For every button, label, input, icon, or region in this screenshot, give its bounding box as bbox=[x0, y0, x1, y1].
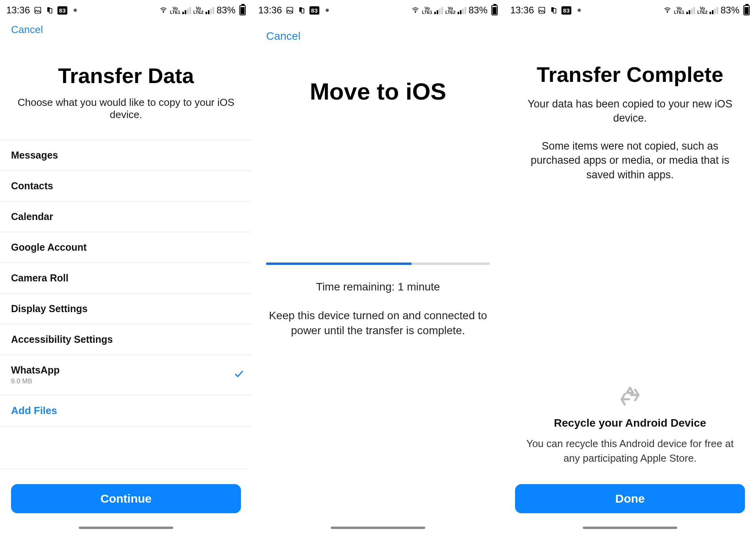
list-item-subtitle: 9.0 MB bbox=[11, 377, 60, 385]
status-bar: 13:36 83 VoLTE1 VoLTE2 bbox=[504, 0, 756, 19]
signal-sim2: VoLTE2 bbox=[697, 6, 718, 14]
home-indicator[interactable] bbox=[331, 527, 425, 529]
transfer-items-list: Messages Contacts Calendar Google Accoun… bbox=[0, 140, 252, 427]
list-item-google-account[interactable]: Google Account bbox=[0, 232, 252, 263]
svg-rect-2 bbox=[49, 9, 52, 13]
cancel-button[interactable]: Cancel bbox=[11, 24, 43, 35]
list-item-label: Contacts bbox=[11, 180, 53, 192]
recycle-text: You can recycle this Android device for … bbox=[520, 436, 740, 465]
screen-move-to-ios: 13:36 83 VoLTE1 VoLTE2 bbox=[252, 0, 504, 540]
wifi-icon bbox=[663, 7, 672, 14]
status-dot-icon bbox=[326, 9, 329, 12]
svg-rect-10 bbox=[553, 9, 556, 13]
battery-icon bbox=[491, 5, 498, 15]
svg-point-7 bbox=[415, 12, 416, 13]
status-bar: 13:36 83 VoLTE1 VoLTE2 bbox=[0, 0, 252, 19]
status-bar: 13:36 83 VoLTE1 VoLTE2 bbox=[252, 0, 504, 19]
devices-icon bbox=[46, 6, 54, 14]
page-title: Move to iOS bbox=[252, 78, 504, 105]
screen-transfer-data: 13:36 83 VoLTE1 VoLTE2 bbox=[0, 0, 252, 540]
page-subtitle: Choose what you would like to copy to yo… bbox=[0, 96, 252, 121]
image-icon bbox=[538, 6, 546, 14]
svg-rect-6 bbox=[301, 9, 304, 13]
home-indicator[interactable] bbox=[583, 527, 677, 529]
list-item-contacts[interactable]: Contacts bbox=[0, 171, 252, 202]
page-title: Transfer Data bbox=[0, 63, 252, 88]
home-indicator[interactable] bbox=[79, 527, 173, 529]
battery-percent: 83% bbox=[217, 5, 235, 16]
list-item-whatsapp[interactable]: WhatsApp 9.0 MB bbox=[0, 355, 252, 395]
list-item-camera-roll[interactable]: Camera Roll bbox=[0, 263, 252, 294]
notification-badge: 83 bbox=[561, 6, 571, 15]
devices-icon bbox=[550, 6, 558, 14]
image-icon bbox=[34, 6, 42, 14]
notification-badge: 83 bbox=[57, 6, 67, 15]
list-item-messages[interactable]: Messages bbox=[0, 140, 252, 171]
devices-icon bbox=[298, 6, 306, 14]
status-time: 13:36 bbox=[510, 5, 534, 16]
progress-bar bbox=[266, 263, 490, 265]
battery-icon bbox=[239, 5, 246, 15]
battery-icon bbox=[743, 5, 750, 15]
screen-transfer-complete: 13:36 83 VoLTE1 VoLTE2 bbox=[504, 0, 756, 540]
svg-rect-4 bbox=[287, 7, 293, 13]
instruction-text: Keep this device turned on and connected… bbox=[252, 308, 504, 338]
list-item-label: WhatsApp bbox=[11, 364, 60, 376]
recycle-icon bbox=[520, 385, 740, 410]
recycle-section: Recycle your Android Device You can recy… bbox=[504, 385, 756, 465]
battery-percent: 83% bbox=[721, 5, 739, 16]
list-item-label: Google Account bbox=[11, 242, 87, 253]
list-item-calendar[interactable]: Calendar bbox=[0, 202, 252, 232]
divider bbox=[0, 469, 247, 469]
list-item-label: Messages bbox=[11, 150, 58, 161]
image-icon bbox=[286, 6, 294, 14]
complete-message-2: Some items were not copied, such as purc… bbox=[504, 139, 756, 182]
battery-percent: 83% bbox=[469, 5, 487, 16]
list-item-label: Camera Roll bbox=[11, 272, 69, 284]
add-files-button[interactable]: Add Files bbox=[0, 395, 252, 427]
check-icon bbox=[234, 369, 244, 381]
signal-sim1: VoLTE1 bbox=[422, 6, 443, 14]
list-item-label: Display Settings bbox=[11, 303, 88, 314]
status-time: 13:36 bbox=[258, 5, 282, 16]
svg-point-11 bbox=[667, 12, 668, 13]
recycle-title: Recycle your Android Device bbox=[520, 417, 740, 429]
svg-rect-8 bbox=[539, 7, 545, 13]
list-item-label: Accessibility Settings bbox=[11, 334, 113, 345]
signal-sim1: VoLTE1 bbox=[674, 6, 695, 14]
status-time: 13:36 bbox=[6, 5, 30, 16]
signal-sim2: VoLTE2 bbox=[445, 6, 466, 14]
status-dot-icon bbox=[578, 9, 581, 12]
wifi-icon bbox=[411, 7, 420, 14]
svg-point-3 bbox=[163, 12, 164, 13]
done-button[interactable]: Done bbox=[515, 484, 745, 513]
list-item-display-settings[interactable]: Display Settings bbox=[0, 294, 252, 324]
continue-button[interactable]: Continue bbox=[11, 484, 241, 513]
complete-message-1: Your data has been copied to your new iO… bbox=[504, 97, 756, 126]
time-remaining-label: Time remaining: 1 minute bbox=[252, 281, 504, 293]
svg-rect-0 bbox=[35, 7, 41, 13]
signal-sim1: VoLTE1 bbox=[170, 6, 191, 14]
list-item-label: Calendar bbox=[11, 211, 53, 222]
wifi-icon bbox=[159, 7, 168, 14]
notification-badge: 83 bbox=[309, 6, 319, 15]
signal-sim2: VoLTE2 bbox=[193, 6, 214, 14]
cancel-button[interactable]: Cancel bbox=[266, 30, 300, 42]
list-item-accessibility-settings[interactable]: Accessibility Settings bbox=[0, 324, 252, 355]
page-title: Transfer Complete bbox=[504, 62, 756, 87]
status-dot-icon bbox=[74, 9, 77, 12]
progress-fill bbox=[266, 263, 411, 265]
